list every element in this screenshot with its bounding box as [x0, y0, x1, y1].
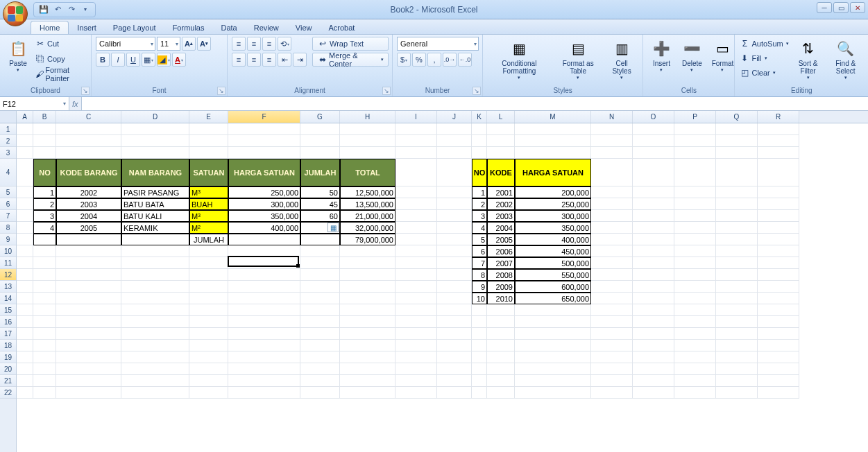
undo-icon[interactable]: ↶ — [52, 4, 63, 15]
tab-formulas[interactable]: Formulas — [164, 21, 213, 34]
wrap-icon: ↩ — [317, 38, 328, 49]
ribbon-tabs: Home Insert Page Layout Formulas Data Re… — [0, 19, 868, 35]
group-number: General $ % , .0→ ←.0 Number ↘ — [393, 35, 483, 96]
format-icon: ▭ — [713, 39, 732, 58]
group-alignment: ≡ ≡ ≡ ⟲ ≡ ≡ ≡ ⇤ ⇥ ↩Wrap Text ⬌Merge & Ce… — [228, 35, 393, 96]
align-top-button[interactable]: ≡ — [232, 37, 246, 51]
styles-icon: ▥ — [612, 39, 631, 58]
sort-icon: ⇅ — [799, 39, 818, 58]
paste-button[interactable]: 📋 Paste ▾ — [4, 37, 32, 75]
cf-icon: ▦ — [509, 39, 529, 58]
close-button[interactable]: ✕ — [850, 2, 865, 13]
number-launcher[interactable]: ↘ — [473, 87, 481, 95]
sort-filter-button[interactable]: ⇅Sort & Filter▾ — [792, 37, 825, 82]
merge-icon: ⬌ — [317, 54, 327, 65]
formula-bar: F12 fx — [0, 97, 868, 111]
tab-home[interactable]: Home — [31, 21, 69, 34]
tab-page-layout[interactable]: Page Layout — [105, 21, 164, 34]
copy-icon: ⿻ — [35, 53, 46, 64]
insert-icon: ➕ — [652, 39, 671, 58]
font-size-combo[interactable]: 11 — [157, 37, 180, 51]
orientation-button[interactable]: ⟲ — [278, 37, 291, 51]
tab-review[interactable]: Review — [246, 21, 287, 34]
alignment-launcher[interactable]: ↘ — [382, 87, 391, 95]
redo-icon[interactable]: ↷ — [66, 4, 77, 15]
formula-input[interactable] — [81, 97, 868, 110]
delete-icon: ➖ — [682, 39, 701, 58]
quick-access-toolbar: 💾 ↶ ↷ ▾ — [33, 2, 96, 17]
font-name-combo[interactable]: Calibri — [96, 37, 155, 51]
percent-button[interactable]: % — [412, 53, 426, 67]
brush-icon: 🖌 — [35, 69, 44, 80]
decrease-decimal-button[interactable]: ←.0 — [458, 53, 472, 67]
tab-view[interactable]: View — [287, 21, 321, 34]
title-bar: 💾 ↶ ↷ ▾ Book2 - Microsoft Excel ─ ▭ ✕ — [0, 0, 868, 19]
comma-button[interactable]: , — [427, 53, 441, 67]
fill-icon: ⬇ — [739, 53, 750, 64]
fill-color-button[interactable]: ◢ — [157, 53, 171, 67]
number-format-combo[interactable]: General — [397, 37, 479, 51]
clear-button[interactable]: ◰Clear▾ — [739, 66, 788, 80]
maximize-button[interactable]: ▭ — [833, 2, 849, 13]
underline-button[interactable]: U — [126, 53, 140, 67]
fill-button[interactable]: ⬇Fill▾ — [739, 51, 788, 65]
table-icon: ▤ — [568, 39, 588, 58]
window-title: Book2 - Microsoft Excel — [390, 5, 477, 15]
scissors-icon: ✂ — [35, 38, 46, 49]
tab-acrobat[interactable]: Acrobat — [320, 21, 363, 34]
format-cells-button[interactable]: ▭Format▾ — [708, 37, 736, 75]
align-right-button[interactable]: ≡ — [262, 53, 276, 67]
format-as-table-button[interactable]: ▤Format as Table▾ — [554, 37, 602, 82]
name-box[interactable]: F12 — [0, 97, 69, 110]
tab-insert[interactable]: Insert — [69, 21, 105, 34]
find-select-button[interactable]: 🔍Find & Select▾ — [827, 37, 864, 82]
increase-decimal-button[interactable]: .0→ — [443, 53, 457, 67]
qat-dropdown-icon[interactable]: ▾ — [80, 4, 91, 15]
group-cells: ➕Insert▾ ➖Delete▾ ▭Format▾ Cells — [643, 35, 735, 96]
insert-cells-button[interactable]: ➕Insert▾ — [647, 37, 675, 75]
wrap-text-button[interactable]: ↩Wrap Text — [312, 37, 389, 51]
conditional-formatting-button[interactable]: ▦Conditional Formatting▾ — [487, 37, 552, 82]
autosum-button[interactable]: ΣAutoSum▾ — [739, 37, 788, 51]
format-painter-button[interactable]: 🖌Format Painter — [35, 67, 87, 81]
sigma-icon: Σ — [739, 38, 750, 49]
office-button[interactable] — [3, 1, 28, 26]
font-color-button[interactable]: A — [172, 53, 186, 67]
grow-font-button[interactable]: A▴ — [182, 37, 196, 51]
align-left-button[interactable]: ≡ — [232, 53, 246, 67]
save-icon[interactable]: 💾 — [38, 4, 49, 15]
italic-button[interactable]: I — [111, 53, 125, 67]
group-styles: ▦Conditional Formatting▾ ▤Format as Tabl… — [483, 35, 643, 96]
copy-button[interactable]: ⿻Copy — [35, 52, 87, 66]
fx-icon[interactable]: fx — [72, 100, 78, 108]
cell-styles-button[interactable]: ▥Cell Styles▾ — [605, 37, 639, 82]
ribbon: 📋 Paste ▾ ✂Cut ⿻Copy 🖌Format Painter Cli… — [0, 35, 868, 97]
paste-icon: 📋 — [8, 39, 28, 58]
clipboard-launcher[interactable]: ↘ — [81, 87, 90, 95]
tab-data[interactable]: Data — [212, 21, 245, 34]
align-bottom-button[interactable]: ≡ — [262, 37, 276, 51]
currency-button[interactable]: $ — [397, 53, 411, 67]
font-launcher[interactable]: ↘ — [217, 87, 225, 95]
cut-button[interactable]: ✂Cut — [35, 37, 87, 51]
group-editing: ΣAutoSum▾ ⬇Fill▾ ◰Clear▾ ⇅Sort & Filter▾… — [735, 35, 868, 96]
eraser-icon: ◰ — [739, 67, 750, 78]
increase-indent-button[interactable]: ⇥ — [293, 53, 307, 67]
bold-button[interactable]: B — [96, 53, 110, 67]
group-font: Calibri 11 A▴ A▾ B I U ▦ ◢ A Font ↘ — [92, 35, 228, 96]
decrease-indent-button[interactable]: ⇤ — [278, 53, 291, 67]
align-middle-button[interactable]: ≡ — [247, 37, 261, 51]
align-center-button[interactable]: ≡ — [247, 53, 261, 67]
borders-button[interactable]: ▦ — [142, 53, 155, 67]
find-icon: 🔍 — [836, 39, 856, 58]
minimize-button[interactable]: ─ — [817, 2, 832, 13]
shrink-font-button[interactable]: A▾ — [197, 37, 211, 51]
merge-center-button[interactable]: ⬌Merge & Center▾ — [312, 53, 389, 67]
group-clipboard: 📋 Paste ▾ ✂Cut ⿻Copy 🖌Format Painter Cli… — [0, 35, 92, 96]
delete-cells-button[interactable]: ➖Delete▾ — [678, 37, 706, 75]
